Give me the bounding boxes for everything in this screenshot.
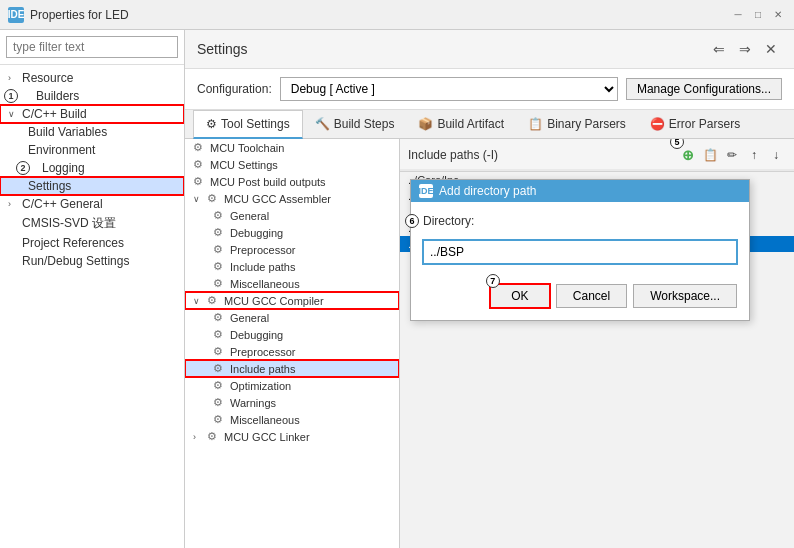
tree-item-label: MCU GCC Compiler [224, 295, 324, 307]
move-up-button[interactable]: ↑ [744, 145, 764, 165]
badge-1: 1 [4, 89, 18, 103]
badge-6: 6 [405, 214, 419, 228]
tree-mcu-gcc-compiler[interactable]: 3 ∨ ⚙ MCU GCC Compiler [185, 292, 399, 309]
tree-item-label: General [230, 312, 269, 324]
maximize-button[interactable]: □ [750, 7, 766, 23]
close-settings-button[interactable]: ✕ [760, 38, 782, 60]
main-layout: › Resource 1 Builders ∨ C/C++ Build Buil… [0, 30, 794, 548]
sidebar-filter-area [0, 30, 184, 65]
tree-include-paths-asm[interactable]: ⚙ Include paths [185, 258, 399, 275]
sidebar-item-label: C/C++ General [22, 197, 176, 211]
gear-icon: ⚙ [193, 175, 203, 188]
badge-2: 2 [16, 161, 30, 175]
move-down-button[interactable]: ↓ [766, 145, 786, 165]
tree-optimization[interactable]: ⚙ Optimization [185, 377, 399, 394]
tree-general[interactable]: ⚙ General [185, 207, 399, 224]
tab-content: ⚙ MCU Toolchain ⚙ MCU Settings ⚙ MCU Pos… [185, 139, 794, 548]
tree-item-label: MCU GCC Assembler [224, 193, 331, 205]
directory-input[interactable] [423, 240, 737, 264]
sidebar-item-label: Settings [28, 179, 176, 193]
tree-preprocessor2[interactable]: 4 ⚙ Preprocessor [185, 343, 399, 360]
search-input[interactable] [6, 36, 178, 58]
tree-mcu-gcc-linker[interactable]: › ⚙ MCU GCC Linker [185, 428, 399, 445]
sidebar: › Resource 1 Builders ∨ C/C++ Build Buil… [0, 30, 185, 548]
sidebar-item-label: Resource [22, 71, 176, 85]
tab-build-artifact[interactable]: 📦 Build Artifact [406, 110, 516, 139]
tree-item-label: Warnings [230, 397, 276, 409]
tree-debugging[interactable]: ⚙ Debugging [185, 224, 399, 241]
window-title: Properties for LED [30, 8, 730, 22]
tree-preprocessor[interactable]: ⚙ Preprocessor [185, 241, 399, 258]
tab-build-steps[interactable]: 🔨 Build Steps [303, 110, 407, 139]
sidebar-item-environment[interactable]: Environment [0, 141, 184, 159]
minimize-button[interactable]: ─ [730, 7, 746, 23]
gear-icon: ⚙ [193, 158, 203, 171]
sidebar-item-settings[interactable]: Settings [0, 177, 184, 195]
tree-mcu-post-build[interactable]: ⚙ MCU Post build outputs [185, 173, 399, 190]
config-select[interactable]: Debug [ Active ] [280, 77, 618, 101]
gear-icon: ⚙ [213, 209, 223, 222]
tree-item-label: Debugging [230, 227, 283, 239]
expand-icon: ∨ [8, 109, 18, 119]
cancel-button[interactable]: Cancel [556, 284, 627, 308]
tree-miscellaneous-asm[interactable]: ⚙ Miscellaneous [185, 275, 399, 292]
edit-button[interactable]: ✏ [722, 145, 742, 165]
gear-icon: ⚙ [207, 430, 217, 443]
sidebar-item-project-references[interactable]: Project References [0, 234, 184, 252]
tree-item-label: Miscellaneous [230, 414, 300, 426]
gear-icon: ⚙ [207, 294, 217, 307]
error-parsers-icon: ⛔ [650, 117, 665, 131]
dialog-buttons: 7 OK Cancel Workspace... [411, 276, 749, 320]
sidebar-item-cpp-general[interactable]: › C/C++ General [0, 195, 184, 213]
sidebar-item-label: C/C++ Build [22, 107, 176, 121]
workspace-button[interactable]: Workspace... [633, 284, 737, 308]
tab-binary-parsers[interactable]: 📋 Binary Parsers [516, 110, 638, 139]
app-icon: IDE [8, 7, 24, 23]
gear-icon: ⚙ [213, 396, 223, 409]
sidebar-item-builders[interactable]: 1 Builders [0, 87, 184, 105]
tree-general2[interactable]: ⚙ General [185, 309, 399, 326]
gear-icon: ⚙ [213, 243, 223, 256]
arrow-icon: › [8, 199, 18, 209]
gear-icon: ⚙ [213, 260, 223, 273]
window-controls: ─ □ ✕ [730, 7, 786, 23]
tree-debugging2[interactable]: ⚙ Debugging [185, 326, 399, 343]
sidebar-item-cpp-build[interactable]: ∨ C/C++ Build [0, 105, 184, 123]
add-directory-dialog: IDE Add directory path 6 Directory: [410, 179, 750, 321]
back-button[interactable]: ⇐ [708, 38, 730, 60]
tree-mcu-settings[interactable]: ⚙ MCU Settings [185, 156, 399, 173]
tree-warnings[interactable]: ⚙ Warnings [185, 394, 399, 411]
include-paths-title: Include paths (-I) [408, 148, 498, 162]
build-steps-icon: 🔨 [315, 117, 330, 131]
ok-button[interactable]: OK [490, 284, 550, 308]
sidebar-item-logging[interactable]: 2 Logging [0, 159, 184, 177]
tab-error-parsers[interactable]: ⛔ Error Parsers [638, 110, 752, 139]
sidebar-item-label: Builders [22, 89, 176, 103]
forward-button[interactable]: ⇒ [734, 38, 756, 60]
tree-miscellaneous2[interactable]: ⚙ Miscellaneous [185, 411, 399, 428]
sidebar-item-build-variables[interactable]: Build Variables [0, 123, 184, 141]
tree-item-label: Debugging [230, 329, 283, 341]
expand-icon: ∨ [193, 296, 203, 306]
tree-mcu-toolchain[interactable]: ⚙ MCU Toolchain [185, 139, 399, 156]
tree-mcu-gcc-assembler[interactable]: ∨ ⚙ MCU GCC Assembler [185, 190, 399, 207]
sidebar-item-run-debug[interactable]: Run/Debug Settings [0, 252, 184, 270]
sidebar-item-cmsis-svd[interactable]: CMSIS-SVD 设置 [0, 213, 184, 234]
tree-include-paths-gcc[interactable]: ⚙ Include paths [185, 360, 399, 377]
close-button[interactable]: ✕ [770, 7, 786, 23]
sidebar-item-resource[interactable]: › Resource [0, 69, 184, 87]
include-toolbar: 5 ⊕ 📋 ✏ ↑ ↓ [678, 145, 786, 165]
build-artifact-icon: 📦 [418, 117, 433, 131]
dialog-icon: IDE [419, 184, 433, 198]
gear-icon: ⚙ [207, 192, 217, 205]
tree-item-label: Preprocessor [230, 244, 295, 256]
tree-item-label: MCU Settings [210, 159, 278, 171]
add-path-button[interactable]: ⊕ [678, 145, 698, 165]
binary-parsers-icon: 📋 [528, 117, 543, 131]
copy-button[interactable]: 📋 [700, 145, 720, 165]
expand-icon: ∨ [193, 194, 203, 204]
header-actions: ⇐ ⇒ ✕ [708, 38, 782, 60]
manage-configurations-button[interactable]: Manage Configurations... [626, 78, 782, 100]
tab-tool-settings[interactable]: ⚙ Tool Settings [193, 110, 303, 139]
tree-item-label: MCU Post build outputs [210, 176, 326, 188]
